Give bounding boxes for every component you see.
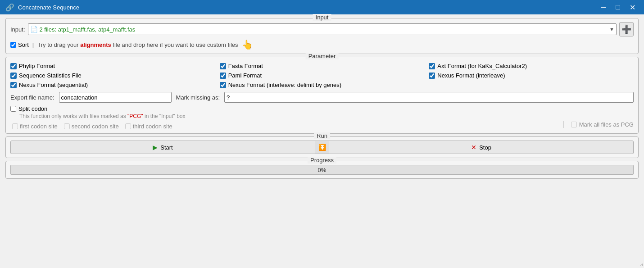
input-section: Input Input: 📄 2 files: atp1_mafft.fas, …	[5, 18, 639, 54]
hand-pointer-icon: 👆	[242, 39, 253, 50]
start-button[interactable]: ▶ Start	[10, 141, 315, 154]
start-label: Start	[160, 144, 172, 151]
sort-label: Sort	[18, 41, 29, 48]
mark-pcg-label: Mark all files as PCG	[579, 121, 634, 128]
input-file-row: Input: 📄 2 files: atp1_mafft.fas, atp4_m…	[10, 22, 634, 36]
alignments-word: alignments	[80, 41, 111, 48]
progress-section-label: Progress	[308, 157, 336, 164]
phylip-label: Phylip Format	[19, 63, 55, 69]
export-filename-input[interactable]	[59, 92, 172, 103]
split-codon-label: Split codon	[18, 105, 47, 112]
parameter-section: Parameter Phylip Format Fasta Format Axt…	[5, 57, 639, 134]
close-button[interactable]: ✕	[626, 1, 639, 14]
input-section-label: Input	[313, 14, 331, 21]
sort-row: Sort | Try to drag your alignments file …	[10, 39, 634, 50]
second-codon-label: second codon site	[72, 123, 119, 130]
split-codon-row: Split codon	[10, 105, 634, 112]
parameter-grid: Phylip Format Fasta Format Axt Format (f…	[10, 63, 634, 88]
nexus-interleave-genes-label: Nexus Format (interleave: delimit by gen…	[228, 82, 341, 88]
mark-pcg-option[interactable]: Mark all files as PCG	[571, 121, 634, 128]
split-codon-description: This function only works with files mark…	[19, 113, 634, 119]
title-bar-controls: ─ □ ✕	[597, 1, 639, 14]
fasta-format-option[interactable]: Fasta Format	[220, 63, 425, 69]
paml-label: Paml Format	[228, 72, 262, 79]
file-select-dropdown[interactable]: 📄 2 files: atp1_mafft.fas, atp4_mafft.fa…	[28, 23, 617, 35]
nexus-interleave-genes-checkbox[interactable]	[220, 82, 226, 88]
title-bar-left: 🔗 Concatenate Sequence	[5, 3, 79, 12]
progress-section: Progress 0%	[5, 161, 639, 179]
parameter-section-label: Parameter	[306, 53, 339, 59]
split-codon-checkbox[interactable]	[10, 106, 16, 112]
fasta-label: Fasta Format	[228, 63, 263, 69]
codon-sites-row: first codon site second codon site third…	[12, 123, 556, 130]
third-codon-option[interactable]: third codon site	[125, 123, 172, 130]
title-bar: 🔗 Concatenate Sequence ─ □ ✕	[0, 0, 644, 14]
third-codon-label: third codon site	[133, 123, 172, 130]
missing-value-input[interactable]	[224, 92, 634, 103]
stop-icon: ✕	[471, 144, 476, 151]
first-codon-label: first codon site	[20, 123, 58, 130]
axt-format-option[interactable]: Axt Format (for KaKs_Calculator2)	[429, 63, 634, 69]
paml-format-option[interactable]: Paml Format	[220, 72, 425, 79]
nexus-interleave-genes-format-option[interactable]: Nexus Format (interleave: delimit by gen…	[220, 82, 425, 88]
run-section: Run ▶ Start ⏬ ✕ Stop	[5, 136, 639, 158]
stop-button[interactable]: ✕ Stop	[329, 141, 634, 154]
first-codon-checkbox[interactable]	[12, 123, 18, 129]
mark-pcg-checkbox[interactable]	[571, 122, 577, 127]
sort-checkbox-label[interactable]: Sort	[10, 41, 29, 48]
first-codon-option[interactable]: first codon site	[12, 123, 58, 130]
stop-label: Stop	[479, 144, 491, 151]
export-row: Export file name: Mark missing as:	[10, 92, 634, 103]
app-icon: 🔗	[5, 3, 14, 12]
maximize-button[interactable]: □	[612, 1, 624, 14]
second-codon-option[interactable]: second codon site	[64, 123, 119, 130]
progress-value: 0%	[318, 167, 327, 173]
missing-label: Mark missing as:	[176, 94, 220, 101]
dropdown-arrow-icon: ▼	[609, 27, 614, 32]
third-codon-checkbox[interactable]	[125, 123, 131, 129]
nexus-seq-checkbox[interactable]	[10, 82, 17, 88]
hint-text: Try to drag your alignments file and dro…	[37, 41, 238, 48]
nexus-seq-label: Nexus Format (sequential)	[19, 82, 88, 88]
window-title: Concatenate Sequence	[18, 4, 79, 11]
nexus-interleave-label: Nexus Format (interleave)	[437, 72, 505, 79]
second-codon-checkbox[interactable]	[64, 123, 70, 129]
phylip-format-option[interactable]: Phylip Format	[10, 63, 215, 69]
add-icon: ➕	[621, 24, 631, 34]
resize-handle[interactable]: ⊿	[639, 262, 643, 267]
file-value: 2 files: atp1_mafft.fas, atp4_mafft.fas	[40, 26, 608, 33]
run-section-label: Run	[314, 132, 330, 139]
add-file-button[interactable]: ➕	[619, 22, 634, 36]
hint-separator: |	[32, 41, 34, 48]
nexus-interleave-checkbox[interactable]	[429, 73, 435, 79]
progress-bar-container: 0%	[10, 165, 634, 175]
export-label: Export file name:	[10, 94, 54, 101]
sort-checkbox[interactable]	[10, 42, 16, 48]
fasta-checkbox[interactable]	[220, 63, 226, 69]
paml-checkbox[interactable]	[220, 73, 226, 79]
axt-label: Axt Format (for KaKs_Calculator2)	[437, 63, 527, 69]
main-content: Input Input: 📄 2 files: atp1_mafft.fas, …	[0, 14, 644, 268]
seqstat-label: Sequence Statistics File	[19, 72, 82, 79]
minimize-button[interactable]: ─	[597, 1, 610, 14]
seqstat-checkbox[interactable]	[10, 73, 17, 79]
start-icon: ▶	[153, 144, 158, 151]
axt-checkbox[interactable]	[429, 63, 435, 69]
file-icon: 📄	[30, 26, 38, 33]
phylip-checkbox[interactable]	[10, 63, 17, 69]
seqstat-format-option[interactable]: Sequence Statistics File	[10, 72, 215, 79]
down-arrows-button[interactable]: ⏬	[315, 141, 329, 154]
nexus-seq-format-option[interactable]: Nexus Format (sequential)	[10, 82, 215, 88]
nexus-interleave-format-option[interactable]: Nexus Format (interleave)	[429, 72, 634, 79]
pcg-word: "PCG"	[127, 113, 143, 119]
input-label: Input:	[10, 26, 25, 33]
chevrons-down-icon: ⏬	[318, 144, 326, 150]
run-buttons: ▶ Start ⏬ ✕ Stop	[10, 141, 634, 154]
